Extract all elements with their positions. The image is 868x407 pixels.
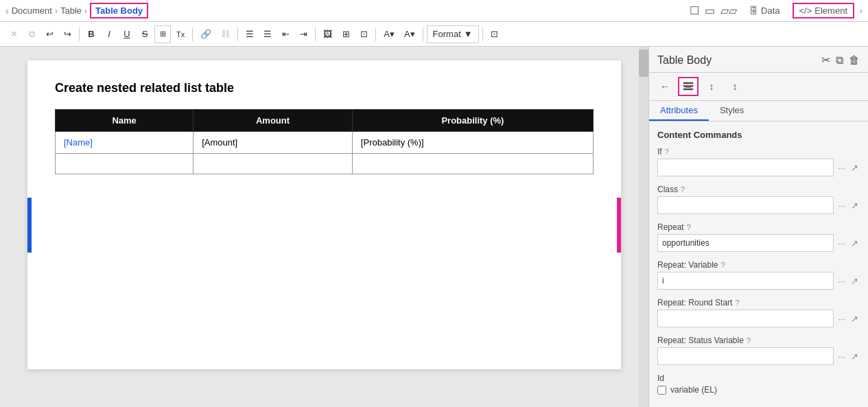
cell-amount[interactable]: [Amount] [193, 132, 353, 154]
field-repeat-round-input[interactable] [657, 310, 834, 327]
indent-more-btn[interactable]: ⇥ [295, 25, 312, 43]
breadcrumb-tablebody[interactable]: Table Body [90, 3, 148, 19]
sep-5 [375, 27, 376, 41]
format-dropdown[interactable]: Format ▼ [427, 25, 479, 43]
tab-styles[interactable]: Styles [709, 101, 755, 121]
editor-area: Create nested related list table Name Am… [0, 47, 648, 407]
merge-btn[interactable]: ⊡ [355, 25, 372, 43]
field-repeat-var-input[interactable] [657, 272, 834, 290]
bold-btn[interactable]: B [83, 25, 99, 43]
panel-header: Table Body ✂ ⧉ 🗑 [649, 47, 868, 73]
mobile-view-btn[interactable]: ▭ [705, 4, 715, 17]
italic-btn[interactable]: I [101, 25, 117, 43]
panel-title: Table Body [657, 54, 712, 67]
document-table: Name Amount Probability (%) [Name] [Amou… [55, 109, 594, 174]
field-row-class: Class ? ··· ↗ [657, 185, 860, 214]
highlight-btn[interactable]: A▾ [400, 25, 419, 43]
field-repeat-status-input[interactable] [657, 347, 834, 365]
breadcrumb-table[interactable]: Table [60, 5, 82, 16]
panel-tb-left-btn[interactable]: ← [655, 77, 675, 96]
field-if-link-btn[interactable]: ↗ [849, 161, 860, 174]
table-btn[interactable]: ⊞ [338, 25, 354, 43]
nav-arrow-right[interactable]: › [860, 6, 863, 16]
unordered-list-btn[interactable]: ☰ [259, 25, 276, 43]
field-repeat-help[interactable]: ? [687, 223, 691, 231]
panel-delete-btn[interactable]: 🗑 [849, 54, 860, 67]
field-repeat-round-dots-btn[interactable]: ··· [836, 312, 847, 325]
field-class-link-btn[interactable]: ↗ [849, 199, 860, 212]
source-btn[interactable]: ⊡ [486, 25, 503, 43]
field-repeat-status-link-btn[interactable]: ↗ [849, 350, 860, 363]
cut-btn[interactable]: ✕ [5, 25, 22, 43]
link-btn[interactable]: 🔗 [196, 25, 215, 43]
field-repeat-var-help[interactable]: ? [721, 261, 725, 269]
field-class-dots-btn[interactable]: ··· [836, 199, 847, 212]
field-repeat-label: Repeat [657, 222, 684, 232]
field-id-checkbox-row: variable (EL) [657, 385, 717, 395]
ordered-list-btn[interactable]: ☰ [242, 25, 258, 43]
panel-scissors-btn[interactable]: ✂ [821, 54, 830, 67]
field-repeat-var-dots-btn[interactable]: ··· [836, 275, 847, 288]
cell-probability[interactable]: [Probability (%)] [352, 132, 593, 154]
unlink-btn[interactable]: ⛓ [217, 25, 234, 43]
table-header-row: Name Amount Probability (%) [56, 110, 594, 132]
field-repeat-status-dots-btn[interactable]: ··· [836, 350, 847, 363]
cell-empty-3[interactable] [352, 154, 593, 174]
chevron-left-icon[interactable]: ‹ [5, 5, 9, 16]
strikethrough-btn[interactable]: S [137, 25, 153, 43]
field-id-checkbox[interactable] [657, 386, 666, 395]
font-color-btn[interactable]: A▾ [379, 25, 399, 43]
main-layout: Create nested related list table Name Am… [0, 47, 868, 407]
field-if-dots-btn[interactable]: ··· [836, 161, 847, 174]
split-view-btn[interactable]: ▱▱ [720, 4, 737, 17]
tab-data[interactable]: 🗄 Data [742, 3, 786, 19]
panel-copy-btn[interactable]: ⧉ [836, 54, 843, 67]
special-char-btn[interactable]: ⊞ [154, 25, 171, 43]
undo-btn[interactable]: ↩ [41, 25, 58, 43]
field-class-help[interactable]: ? [681, 185, 685, 194]
cell-empty-1[interactable] [56, 154, 193, 174]
field-repeat-status-help[interactable]: ? [747, 336, 751, 345]
table-row: [Name] [Amount] [Probability (%)] [56, 132, 594, 154]
panel-tb-center-btn[interactable] [678, 77, 699, 96]
tab-element[interactable]: </> Element [793, 3, 855, 19]
field-repeat-input[interactable] [657, 234, 834, 252]
field-row-repeat-round: Repeat: Round Start ? ··· ↗ [657, 298, 860, 327]
tab-attributes[interactable]: Attributes [649, 101, 709, 121]
field-repeat-var-link-btn[interactable]: ↗ [849, 275, 860, 288]
field-repeat-round-help[interactable]: ? [735, 299, 739, 307]
cell-name[interactable]: [Name] [56, 132, 193, 154]
sep-3 [237, 27, 238, 41]
field-repeat-dots-btn[interactable]: ··· [836, 237, 847, 250]
panel-tb-right2-btn[interactable]: ↕ [725, 77, 745, 96]
image-btn[interactable]: 🖼 [319, 25, 336, 43]
underline-btn[interactable]: U [119, 25, 135, 43]
breadcrumb-document[interactable]: Document [12, 5, 52, 16]
field-repeat-var-label: Repeat: Variable [657, 260, 718, 270]
rect-view-btn[interactable]: ☐ [690, 4, 699, 17]
panel-tb-right1-btn[interactable]: ↕ [701, 77, 722, 96]
field-id-label: Id [657, 373, 664, 383]
field-if-label: If [657, 147, 662, 156]
blue-bar [27, 198, 32, 253]
col-header-name: Name [56, 110, 193, 132]
cell-empty-2[interactable] [193, 154, 353, 174]
indent-less-btn[interactable]: ⇤ [277, 25, 294, 43]
copy-btn[interactable]: ⧉ [23, 25, 40, 43]
field-if-help[interactable]: ? [665, 148, 669, 156]
redo-btn[interactable]: ↪ [59, 25, 75, 43]
subscript-btn[interactable]: Tx [172, 25, 189, 43]
col-header-amount: Amount [193, 110, 353, 132]
data-icon: 🗄 [749, 5, 758, 16]
field-row-if: If ? ··· ↗ [657, 147, 860, 176]
field-if-input[interactable] [657, 159, 834, 176]
sep-7 [482, 27, 483, 41]
field-repeat-link-btn[interactable]: ↗ [849, 237, 860, 250]
section-content-commands: Content Commands [657, 130, 860, 140]
field-row-repeat-status: Repeat: Status Variable ? ··· ↗ [657, 336, 860, 365]
document-page: Create nested related list table Name Am… [27, 60, 621, 369]
editor-toolbar: ✕ ⧉ ↩ ↪ B I U S ⊞ Tx 🔗 ⛓ ☰ ☰ ⇤ ⇥ 🖼 ⊞ ⊡ A… [0, 22, 868, 47]
field-repeat-round-link-btn[interactable]: ↗ [849, 312, 860, 325]
field-class-input[interactable] [657, 196, 834, 214]
editor-scrollbar-v[interactable] [639, 47, 648, 407]
